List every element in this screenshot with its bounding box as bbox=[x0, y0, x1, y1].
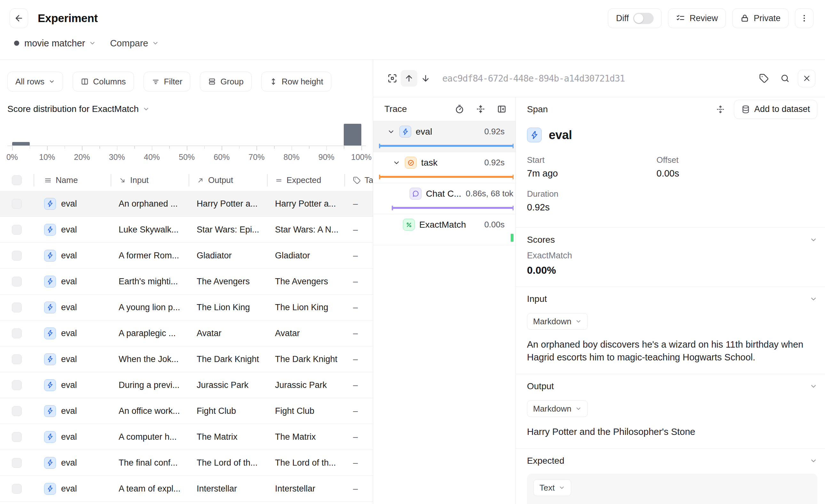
row-output: Harry Potter a... bbox=[197, 199, 258, 209]
table-row[interactable]: eval During a previ... Jurassic Park Jur… bbox=[0, 372, 373, 398]
row-checkbox[interactable] bbox=[12, 251, 22, 261]
row-checkbox[interactable] bbox=[12, 458, 22, 468]
input-title: Input bbox=[527, 294, 547, 304]
trace-span-exactmatch[interactable]: ExactMatch 0.00s bbox=[373, 214, 516, 245]
histogram-bar bbox=[12, 142, 30, 146]
tag-button[interactable] bbox=[756, 70, 772, 87]
table-row[interactable]: eval An office work... Fight Club Fight … bbox=[0, 398, 373, 424]
row-name: eval bbox=[61, 380, 77, 390]
span-panel-title: Span bbox=[527, 104, 548, 115]
collapse-panel-icon[interactable] bbox=[497, 104, 507, 114]
expected-format-dropdown[interactable]: Text bbox=[533, 479, 571, 496]
filter-button[interactable]: Filter bbox=[144, 72, 191, 91]
span-duration: 0.86s, 68 tok bbox=[466, 189, 513, 199]
input-section-header[interactable]: Input bbox=[527, 289, 817, 309]
row-name: eval bbox=[61, 458, 77, 468]
row-tag: – bbox=[353, 380, 358, 390]
row-checkbox[interactable] bbox=[12, 406, 22, 416]
chevron-down-icon[interactable] bbox=[387, 128, 395, 136]
input-format-dropdown[interactable]: Markdown bbox=[527, 313, 588, 330]
all-rows-dropdown[interactable]: All rows bbox=[7, 72, 63, 91]
row-checkbox[interactable] bbox=[12, 199, 22, 209]
column-label: Output bbox=[208, 175, 233, 185]
timer-icon[interactable] bbox=[455, 104, 464, 114]
column-header-name[interactable]: Name bbox=[33, 169, 110, 191]
output-section-header[interactable]: Output bbox=[527, 377, 817, 396]
page-title: Experiment bbox=[38, 12, 98, 25]
table-row[interactable]: eval The final conf... The Lord of th...… bbox=[0, 450, 373, 476]
chevron-down-icon[interactable] bbox=[393, 159, 400, 167]
table-row[interactable]: eval A young lion p... The Lion King The… bbox=[0, 295, 373, 320]
table-row[interactable]: eval A paraplegic ... Avatar Avatar – bbox=[0, 320, 373, 346]
row-tag: – bbox=[353, 458, 358, 468]
row-checkbox[interactable] bbox=[12, 225, 22, 235]
row-input: Luke Skywalk... bbox=[119, 225, 179, 235]
close-panel-button[interactable] bbox=[798, 70, 815, 87]
previous-row-button[interactable] bbox=[401, 70, 417, 87]
eval-span-icon bbox=[399, 126, 411, 138]
expand-row-button[interactable] bbox=[384, 70, 401, 87]
column-header-output[interactable]: Output bbox=[189, 169, 267, 191]
expected-section-header[interactable]: Expected bbox=[527, 451, 817, 471]
column-header-expected[interactable]: Expected bbox=[267, 169, 345, 191]
row-expected: Jurassic Park bbox=[275, 380, 327, 390]
row-checkbox[interactable] bbox=[12, 329, 22, 338]
columns-button[interactable]: Columns bbox=[73, 72, 134, 91]
row-checkbox[interactable] bbox=[12, 354, 22, 364]
table-row[interactable]: eval A former Rom... Gladiator Gladiator… bbox=[0, 243, 373, 269]
table-row[interactable]: eval A computer h... The Matrix The Matr… bbox=[0, 424, 373, 450]
collapse-vertical-icon[interactable] bbox=[476, 104, 485, 114]
row-checkbox[interactable] bbox=[12, 484, 22, 494]
review-button[interactable]: Review bbox=[668, 8, 726, 28]
axis-tick-label: 80% bbox=[284, 153, 300, 162]
table-row[interactable]: eval Luke Skywalk... Star Wars: Epi... S… bbox=[0, 217, 373, 243]
select-all-checkbox[interactable] bbox=[12, 175, 22, 185]
eval-span-icon bbox=[44, 276, 56, 287]
scores-section-header[interactable]: Scores bbox=[527, 230, 817, 249]
table-row[interactable]: eval An orphaned ... Harry Potter a... H… bbox=[0, 191, 373, 217]
score-distribution-title[interactable]: Score distribution for ExactMatch bbox=[7, 104, 150, 114]
row-output: Star Wars: Epi... bbox=[197, 225, 259, 235]
next-row-button[interactable] bbox=[417, 70, 434, 87]
expand-vertical-icon[interactable] bbox=[716, 105, 725, 114]
trace-span-chat-completion[interactable]: Chat C... 0.86s, 68 tok bbox=[373, 183, 516, 214]
filter-icon bbox=[152, 77, 160, 86]
chevron-down-icon bbox=[810, 382, 817, 390]
columns-icon bbox=[81, 77, 89, 86]
histogram-bar bbox=[344, 124, 361, 146]
trace-detail-header: eac9df84-672d-448e-894b-a14d30721d31 bbox=[373, 60, 825, 97]
row-tag: – bbox=[353, 329, 358, 338]
row-checkbox[interactable] bbox=[12, 380, 22, 390]
eval-span-icon bbox=[44, 431, 56, 443]
group-label: Group bbox=[220, 77, 243, 87]
column-header-input[interactable]: Input bbox=[110, 169, 189, 191]
columns-label: Columns bbox=[93, 77, 126, 87]
row-height-button[interactable]: Row height bbox=[261, 72, 331, 91]
column-header-tag[interactable]: Tag bbox=[345, 169, 373, 191]
expected-title: Expected bbox=[527, 456, 565, 466]
search-button[interactable] bbox=[777, 70, 793, 87]
span-duration: 0.92s bbox=[484, 158, 505, 167]
table-row[interactable]: eval Earth's mighti... The Avengers The … bbox=[0, 269, 373, 295]
row-expected: The Lion King bbox=[275, 302, 328, 312]
trace-span-task[interactable]: task 0.92s bbox=[373, 152, 516, 183]
diff-toggle-group[interactable]: Diff bbox=[608, 8, 662, 28]
add-to-dataset-button[interactable]: Add to dataset bbox=[734, 100, 817, 119]
group-button[interactable]: Group bbox=[200, 72, 251, 91]
row-checkbox[interactable] bbox=[12, 277, 22, 287]
row-checkbox[interactable] bbox=[12, 302, 22, 312]
start-label: Start bbox=[527, 155, 657, 165]
row-name: eval bbox=[61, 329, 77, 338]
chevron-down-icon bbox=[810, 295, 817, 303]
table-row[interactable]: eval A team of expl... Interstellar Inte… bbox=[0, 476, 373, 502]
back-button[interactable] bbox=[10, 8, 28, 28]
table-row[interactable]: eval When the Jok... The Dark Knight The… bbox=[0, 346, 373, 372]
private-button[interactable]: Private bbox=[732, 8, 789, 28]
diff-toggle[interactable] bbox=[633, 13, 654, 24]
trace-span-eval[interactable]: eval 0.92s bbox=[373, 121, 516, 152]
experiment-name-dropdown[interactable]: movie matcher bbox=[24, 38, 96, 49]
output-format-dropdown[interactable]: Markdown bbox=[527, 401, 588, 417]
row-checkbox[interactable] bbox=[12, 432, 22, 442]
compare-dropdown[interactable]: Compare bbox=[110, 38, 159, 49]
more-menu-button[interactable] bbox=[795, 8, 814, 28]
